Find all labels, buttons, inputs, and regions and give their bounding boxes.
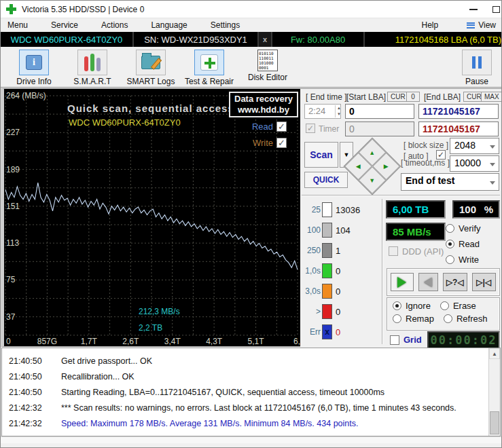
start-lba-cur-button[interactable]: CUR	[387, 92, 409, 102]
stat-label: 25	[300, 205, 321, 214]
app-icon	[6, 4, 16, 14]
drive-info-button[interactable]: i Drive Info	[5, 50, 63, 86]
start-lba-zero-button[interactable]: 0	[406, 92, 420, 102]
mode-radio-verify[interactable]: Verify	[446, 223, 481, 234]
action-radio-ignore[interactable]: Ignore	[393, 301, 431, 311]
stat-row-25: 2513036	[300, 202, 382, 218]
action-radio-remap[interactable]: Remap	[393, 314, 434, 324]
start-lba-label: [Start LBA]	[346, 92, 386, 102]
svg-text:113: 113	[6, 238, 19, 248]
play-icon	[397, 277, 406, 288]
grid-label: Grid	[404, 335, 422, 345]
quick-button[interactable]: QUICK	[304, 172, 348, 188]
end-time-spinner[interactable]: 2:24 ▲▼	[304, 104, 341, 119]
spinner-arrows-icon[interactable]: ▲▼	[335, 105, 342, 117]
stat-value: 0	[336, 266, 340, 276]
scroll-up-icon[interactable]: ▲	[489, 348, 500, 359]
menu-item-actions[interactable]: Actions	[94, 19, 144, 31]
radio-icon	[440, 301, 449, 310]
control-panel: [ End time ] [Start LBA] CUR 0 [End LBA]…	[300, 88, 501, 347]
stat-row-Err: Errx0	[300, 324, 382, 340]
log-row: 21:42:32Speed: Maximum 178 MB/s. Average…	[9, 415, 500, 431]
log-message: Starting Reading, LBA=0..11721045167, QU…	[61, 388, 384, 397]
stat-row-100: 100104	[300, 222, 382, 238]
read-checkbox[interactable]: ✓	[276, 122, 287, 132]
ddd-api-label: DDD (API)	[402, 246, 444, 257]
menu-item-view[interactable]: View	[465, 19, 501, 31]
pause-button[interactable]: Pause	[456, 50, 497, 86]
folder-pencil-icon	[141, 56, 160, 69]
menu-item-help[interactable]: Help	[415, 19, 466, 31]
drive-info-bar: WDC WD60PURX-64T0ZY0 SN: WD-WX21D953XDY1…	[1, 32, 501, 47]
stat-value: 1	[336, 246, 340, 256]
chevron-down-icon	[490, 145, 495, 149]
seek-test-button[interactable]: ▷?◁	[443, 273, 467, 291]
log-panel: 21:40:50Get drive passport... OK21:40:50…	[1, 348, 501, 436]
stat-color-block	[322, 284, 332, 299]
stat-row->: >0	[300, 303, 382, 320]
end-of-test-combo[interactable]: End of test	[401, 173, 499, 191]
speed-graph: 264 (MB/s)22718915111375370857G1,7T2,6T3…	[1, 88, 300, 347]
scan-button[interactable]: Scan	[304, 142, 338, 168]
menu-item-language[interactable]: Language	[144, 19, 203, 31]
start-button[interactable]	[391, 273, 414, 291]
end-lba-max-button[interactable]: MAX	[481, 92, 502, 102]
up-arrow-icon: ▲	[370, 149, 376, 155]
read-legend: Read ✓	[252, 122, 287, 132]
pause-icon	[472, 56, 482, 69]
mode-radio-read[interactable]: Read	[446, 239, 481, 249]
percent-display: 100%	[452, 200, 500, 219]
timer-checkbox[interactable]: ✓	[306, 124, 315, 133]
action-radio-refresh[interactable]: Refresh	[444, 314, 488, 324]
radio-icon	[446, 224, 454, 233]
chevron-down-icon	[490, 181, 495, 185]
ddd-api-checkbox[interactable]	[389, 246, 398, 256]
start-lba-input[interactable]: 0	[345, 104, 414, 119]
mode-radio-write[interactable]: Write	[446, 255, 481, 265]
stat-value: 0	[336, 286, 340, 297]
radio-icon	[446, 240, 454, 248]
capacity-display: 6,00 TB	[386, 200, 446, 219]
drive-model[interactable]: WDC WD60PURX-64T0ZY0	[1, 32, 134, 47]
end-lba-input[interactable]: 11721045167	[418, 104, 499, 119]
timeout-label: [ timeout,ms ]	[401, 158, 450, 168]
smart-logs-button[interactable]: SMART Logs	[122, 50, 180, 86]
block-size-combo[interactable]: 2048	[450, 138, 499, 154]
serial-close-button[interactable]: x	[259, 32, 272, 47]
stat-label: 1,0s	[300, 266, 321, 276]
test-repair-button[interactable]: Test & Repair	[180, 50, 238, 86]
timer-input: 0	[345, 122, 414, 136]
log-row: 21:40:50Get drive passport... OK	[9, 353, 500, 369]
menu-item-settings[interactable]: Settings	[204, 19, 256, 31]
timeout-combo[interactable]: 10000	[450, 155, 499, 172]
svg-text:75: 75	[6, 275, 16, 284]
write-checkbox[interactable]: ✓	[276, 138, 287, 148]
info-bubble-icon: i	[26, 55, 42, 70]
stat-value: 13036	[336, 205, 360, 215]
log-scrollbar[interactable]: ▲	[488, 348, 500, 436]
minimize-button[interactable]	[469, 9, 478, 10]
log-timestamp: 21:40:50	[9, 388, 44, 397]
maximize-button[interactable]	[492, 6, 500, 13]
svg-text:3,4T: 3,4T	[164, 337, 181, 346]
menu-item-service[interactable]: Service	[44, 19, 94, 31]
stat-row-3,0s: 3,0s0	[300, 283, 382, 299]
first-aid-icon	[200, 54, 218, 71]
disk-editor-button[interactable]: 010110 110011 101000 0001 Disk Editor	[238, 50, 297, 82]
scrollbar-thumb[interactable]	[490, 411, 499, 434]
transport-group: ▷?◁ ▷|◁	[387, 268, 500, 296]
menu-item-menu[interactable]: Menu	[1, 19, 44, 31]
seek-end-button[interactable]: ▷|◁	[472, 273, 496, 291]
radio-icon	[393, 314, 401, 323]
log-message: Get drive passport... OK	[61, 356, 152, 366]
back-button[interactable]	[418, 273, 439, 291]
stat-value: 0	[336, 327, 340, 337]
action-radio-erase[interactable]: Erase	[440, 301, 476, 311]
toolbar: i Drive Info S.M.A.R.T SMART Logs Test &…	[1, 47, 501, 88]
grid-checkbox[interactable]	[390, 335, 399, 345]
stat-value: 104	[336, 225, 351, 236]
smart-button[interactable]: S.M.A.R.T	[63, 50, 122, 86]
log-timestamp: 21:40:50	[9, 356, 44, 366]
watermark: Data recovery www.hdd.by	[229, 92, 298, 117]
right-arrow-icon: ▶	[384, 163, 389, 170]
